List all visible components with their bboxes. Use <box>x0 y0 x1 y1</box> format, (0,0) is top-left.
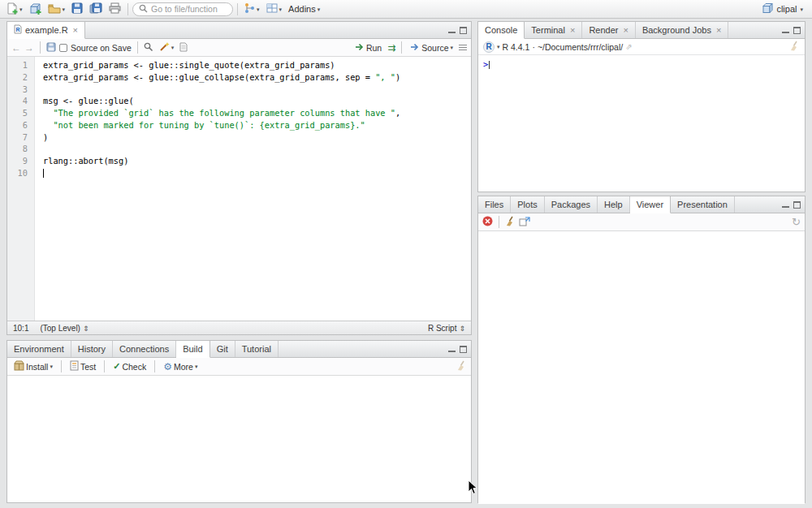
goto-file-function-box[interactable] <box>132 2 233 16</box>
code-lines[interactable]: extra_grid_params <- glue::single_quote(… <box>35 57 471 321</box>
save-button[interactable] <box>69 2 85 16</box>
text-cursor <box>489 61 490 69</box>
stop-icon[interactable] <box>482 216 493 228</box>
scope-selector[interactable]: (Top Level)⇕ <box>40 324 89 333</box>
source-on-save-checkbox[interactable] <box>59 44 67 52</box>
minimize-icon[interactable] <box>448 346 456 352</box>
tab-plots[interactable]: Plots <box>511 196 544 213</box>
tab-background-jobs[interactable]: Background Jobs× <box>636 22 728 38</box>
code-segment <box>43 120 53 130</box>
code-line[interactable] <box>43 167 471 179</box>
open-file-button[interactable]: ▾ <box>45 2 68 16</box>
install-button[interactable]: Install ▾ <box>11 359 55 373</box>
goto-input[interactable] <box>151 4 227 14</box>
close-icon[interactable]: × <box>73 25 78 35</box>
workspace-panes-button[interactable]: ▾ <box>264 2 285 15</box>
line-number: 1 <box>7 59 28 71</box>
build-content <box>7 376 471 502</box>
version-control-button[interactable]: ▾ <box>242 2 262 16</box>
maximize-icon[interactable] <box>793 27 801 34</box>
minimize-icon[interactable] <box>782 201 789 208</box>
code-line[interactable]: extra_grid_params <- glue::glue_collapse… <box>43 71 471 84</box>
close-icon[interactable]: × <box>570 25 575 35</box>
tab-presentation[interactable]: Presentation <box>671 196 735 213</box>
code-line[interactable]: rlang::abort(msg) <box>43 155 471 167</box>
print-button[interactable] <box>106 2 123 16</box>
find-replace-icon[interactable] <box>144 42 153 54</box>
tab-connections[interactable]: Connections <box>113 341 176 357</box>
code-line[interactable] <box>43 143 471 155</box>
console-prompt: > <box>483 59 488 69</box>
project-name-label: clipal <box>776 4 797 14</box>
more-button[interactable]: ⚙ More ▾ <box>161 360 200 373</box>
save-all-button[interactable] <box>87 2 105 16</box>
tab-example-r[interactable]: R example.R × <box>7 22 85 39</box>
test-icon <box>70 360 79 372</box>
new-file-button[interactable]: ▾ <box>4 2 25 17</box>
r-logo-icon[interactable]: R <box>483 41 495 53</box>
new-file-icon <box>6 2 18 16</box>
check-button[interactable]: ✓ Check <box>110 360 149 372</box>
clear-console-icon[interactable] <box>789 41 800 53</box>
code-line[interactable]: extra_grid_params <- glue::single_quote(… <box>43 59 471 71</box>
version-control-icon <box>244 2 255 15</box>
clear-build-icon[interactable] <box>456 360 467 372</box>
tab-history[interactable]: History <box>71 341 113 357</box>
line-number: 2 <box>7 71 28 84</box>
close-icon[interactable]: × <box>623 25 628 35</box>
project-menu-button[interactable]: clipal ▾ <box>757 2 808 16</box>
save-icon[interactable] <box>46 42 56 54</box>
minimize-icon[interactable] <box>448 27 456 33</box>
minimize-icon[interactable] <box>782 27 789 33</box>
close-icon[interactable]: × <box>716 25 721 35</box>
compile-report-icon[interactable] <box>179 42 188 54</box>
refresh-icon[interactable]: ↻ <box>792 216 801 228</box>
working-directory[interactable]: ~/Documents/rrr/clipal/ <box>538 42 623 52</box>
goto-directory-icon[interactable]: ⇗ <box>625 42 632 51</box>
code-line[interactable]: "not been marked for tuning by `tune()`:… <box>43 119 471 131</box>
maximize-icon[interactable] <box>793 201 801 209</box>
code-line[interactable] <box>43 84 471 96</box>
maximize-icon[interactable] <box>460 27 467 34</box>
tab-files[interactable]: Files <box>478 196 511 213</box>
forward-icon[interactable]: → <box>24 42 34 54</box>
code-line[interactable]: "The provided `grid` has the following p… <box>43 107 471 119</box>
tab-viewer[interactable]: Viewer <box>630 196 671 213</box>
export-icon[interactable] <box>519 217 530 228</box>
addins-button[interactable]: Addins ▾ <box>286 3 322 15</box>
tab-packages[interactable]: Packages <box>545 196 598 213</box>
code-editor[interactable]: 12345678910 extra_grid_params <- glue::s… <box>7 57 471 321</box>
run-button[interactable]: Run <box>352 42 384 54</box>
tab-label: Presentation <box>677 200 728 209</box>
tab-label: Packages <box>551 200 590 209</box>
toolbar-separator <box>154 360 155 372</box>
code-line[interactable]: ) <box>43 131 471 144</box>
code-line[interactable]: msg <- glue::glue( <box>43 95 471 107</box>
tab-build[interactable]: Build <box>176 341 209 358</box>
text-cursor <box>43 169 44 178</box>
chevron-down-icon[interactable]: ▾ <box>497 44 500 50</box>
code-tools-button[interactable]: ▾ <box>157 41 177 54</box>
tab-console[interactable]: Console <box>478 22 525 39</box>
tab-help[interactable]: Help <box>598 196 630 213</box>
chevron-down-icon: ▾ <box>171 45 175 50</box>
maximize-icon[interactable] <box>460 346 467 353</box>
new-project-button[interactable] <box>27 2 44 17</box>
test-button[interactable]: Test <box>67 359 98 373</box>
back-icon[interactable]: ← <box>11 42 21 54</box>
code-segment: "The provided `grid` has the following p… <box>53 108 395 118</box>
clear-viewer-icon[interactable] <box>505 216 516 228</box>
build-tabbar: EnvironmentHistoryConnectionsBuildGitTut… <box>7 341 471 358</box>
tab-render[interactable]: Render× <box>582 22 636 38</box>
toolbar-separator <box>127 3 128 15</box>
file-type-selector[interactable]: R Script⇕ <box>428 324 465 333</box>
tab-environment[interactable]: Environment <box>7 341 71 357</box>
document-outline-icon[interactable] <box>459 43 467 52</box>
tab-terminal[interactable]: Terminal× <box>525 22 582 38</box>
tab-tutorial[interactable]: Tutorial <box>235 341 279 357</box>
console-output[interactable]: > <box>478 55 805 73</box>
tab-git[interactable]: Git <box>210 341 235 357</box>
source-button[interactable]: Source ▾ <box>408 42 456 54</box>
rerun-icon[interactable]: ⇉ <box>387 42 395 54</box>
r-script-file-icon: R <box>14 24 22 36</box>
